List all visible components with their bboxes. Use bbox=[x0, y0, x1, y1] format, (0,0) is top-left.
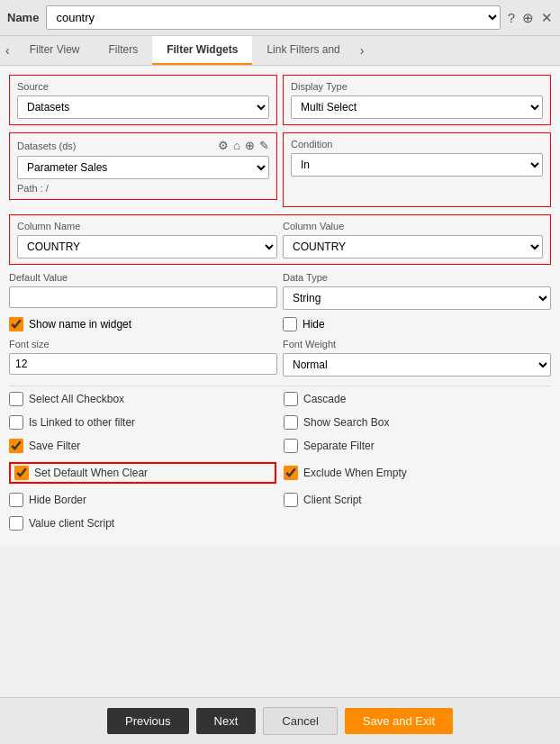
checkbox-grid: Select All Checkbox Cascade Is Linked to… bbox=[9, 392, 551, 531]
cascade-row: Cascade bbox=[284, 392, 551, 406]
show-name-row: Show name in widget Hide bbox=[9, 317, 551, 331]
default-value-label: Default Value bbox=[9, 272, 277, 283]
client-script-label: Client Script bbox=[303, 494, 362, 506]
set-default-row: Set Default When Clear bbox=[9, 462, 276, 484]
client-script-row: Client Script bbox=[284, 493, 551, 507]
is-linked-checkbox[interactable] bbox=[9, 415, 23, 430]
tab-filter-view[interactable]: Filter View bbox=[15, 36, 95, 65]
datasets-select[interactable]: Parameter Sales bbox=[17, 156, 269, 179]
separate-filter-checkbox[interactable] bbox=[284, 439, 298, 453]
filter-icon[interactable]: ⚙ bbox=[218, 139, 229, 152]
data-type-label: Data Type bbox=[283, 272, 551, 283]
name-label: Name bbox=[7, 11, 39, 24]
show-name-label: Show name in widget bbox=[29, 318, 131, 331]
display-type-select[interactable]: Multi Select bbox=[291, 95, 543, 119]
tab-filter-widgets[interactable]: Filter Widgets bbox=[152, 36, 252, 65]
help-icon[interactable]: ? bbox=[508, 10, 515, 26]
column-name-label: Column Name bbox=[17, 221, 277, 231]
column-name-box: Column Name COUNTRY bbox=[17, 221, 277, 259]
save-exit-button[interactable]: Save and Exit bbox=[345, 708, 453, 734]
tab-right-arrow[interactable]: › bbox=[355, 36, 370, 65]
source-label: Source bbox=[17, 81, 269, 92]
exclude-empty-label: Exclude When Empty bbox=[303, 467, 407, 479]
hide-label: Hide bbox=[303, 318, 325, 331]
main-content: Source Datasets Display Type Multi Selec… bbox=[0, 66, 560, 547]
source-box: Source Datasets bbox=[9, 75, 277, 125]
cascade-label: Cascade bbox=[303, 393, 346, 405]
tabs-bar: ‹ Filter View Filters Filter Widgets Lin… bbox=[0, 36, 560, 66]
exclude-empty-checkbox[interactable] bbox=[284, 466, 298, 480]
source-select[interactable]: Datasets bbox=[17, 95, 269, 119]
select-all-label: Select All Checkbox bbox=[29, 393, 124, 405]
cascade-checkbox[interactable] bbox=[284, 392, 298, 406]
name-dropdown[interactable]: country bbox=[46, 5, 500, 30]
separate-filter-label: Separate Filter bbox=[303, 440, 375, 452]
value-client-row: Value client Script bbox=[9, 516, 276, 531]
hide-border-row: Hide Border bbox=[9, 493, 276, 507]
save-filter-checkbox[interactable] bbox=[9, 439, 23, 453]
display-type-box: Display Type Multi Select bbox=[283, 75, 551, 125]
data-type-select[interactable]: String bbox=[283, 286, 551, 310]
default-value-input[interactable] bbox=[9, 286, 277, 308]
value-client-checkbox[interactable] bbox=[9, 516, 23, 531]
tab-link-filters[interactable]: Link Filters and bbox=[252, 36, 354, 65]
font-weight-select[interactable]: Normal bbox=[283, 353, 551, 377]
footer: Previous Next Cancel Save and Exit bbox=[0, 697, 560, 744]
close-icon[interactable]: ✕ bbox=[541, 10, 553, 26]
font-weight-box: Font Weight Normal bbox=[283, 339, 551, 377]
condition-label: Condition bbox=[291, 139, 543, 150]
font-row: Font size Font Weight Normal bbox=[9, 339, 551, 377]
home-icon[interactable]: ⌂ bbox=[233, 139, 240, 152]
hide-border-checkbox[interactable] bbox=[9, 493, 23, 507]
exclude-empty-row: Exclude When Empty bbox=[284, 462, 551, 484]
top-bar: Name country ? ⊕ ✕ bbox=[0, 0, 560, 36]
separate-filter-row: Separate Filter bbox=[284, 439, 551, 453]
show-name-checkbox[interactable] bbox=[9, 317, 23, 331]
show-search-checkbox[interactable] bbox=[284, 415, 298, 430]
tab-left-arrow[interactable]: ‹ bbox=[0, 36, 15, 65]
font-size-label: Font size bbox=[9, 339, 277, 349]
select-all-row: Select All Checkbox bbox=[9, 392, 276, 406]
font-size-input[interactable] bbox=[9, 353, 277, 375]
save-filter-label: Save Filter bbox=[29, 440, 80, 452]
edit-icon[interactable]: ✎ bbox=[259, 139, 269, 152]
column-value-box: Column Value COUNTRY bbox=[283, 221, 543, 259]
add-icon[interactable]: ⊕ bbox=[245, 139, 255, 152]
font-weight-label: Font Weight bbox=[283, 339, 551, 349]
hide-checkbox[interactable] bbox=[283, 317, 297, 331]
select-all-checkbox[interactable] bbox=[9, 392, 23, 406]
is-linked-label: Is Linked to other filter bbox=[29, 416, 135, 429]
show-name-left: Show name in widget bbox=[9, 317, 277, 331]
save-filter-row: Save Filter bbox=[9, 439, 276, 453]
data-type-box: Data Type String bbox=[283, 272, 551, 310]
hide-border-label: Hide Border bbox=[29, 494, 86, 506]
column-row: Column Name COUNTRY Column Value COUNTRY bbox=[9, 214, 551, 265]
column-value-select[interactable]: COUNTRY bbox=[283, 235, 543, 259]
show-search-label: Show Search Box bbox=[303, 416, 389, 429]
datasets-header: Datasets (ds) ⚙ ⌂ ⊕ ✎ bbox=[17, 139, 269, 152]
value-client-label: Value client Script bbox=[29, 517, 114, 530]
previous-button[interactable]: Previous bbox=[107, 708, 189, 734]
display-type-label: Display Type bbox=[291, 81, 543, 92]
column-name-select[interactable]: COUNTRY bbox=[17, 235, 277, 259]
tab-filters[interactable]: Filters bbox=[94, 36, 152, 65]
datasets-label: Datasets (ds) bbox=[17, 141, 76, 151]
datasets-icons: ⚙ ⌂ ⊕ ✎ bbox=[218, 139, 269, 152]
set-default-checkbox[interactable] bbox=[14, 466, 29, 480]
datasets-box: Datasets (ds) ⚙ ⌂ ⊕ ✎ Parameter Sales Pa… bbox=[9, 132, 277, 200]
default-datatype-row: Default Value Data Type String bbox=[9, 272, 551, 310]
datasets-path: Path : / bbox=[17, 183, 269, 194]
move-icon[interactable]: ⊕ bbox=[522, 10, 534, 26]
default-value-box: Default Value bbox=[9, 272, 277, 310]
hide-row: Hide bbox=[283, 317, 551, 331]
set-default-label: Set Default When Clear bbox=[34, 467, 148, 479]
condition-box: Condition In bbox=[283, 132, 551, 207]
client-script-checkbox[interactable] bbox=[284, 493, 298, 507]
next-button[interactable]: Next bbox=[196, 708, 257, 734]
column-value-label: Column Value bbox=[283, 221, 543, 231]
cancel-button[interactable]: Cancel bbox=[263, 707, 337, 735]
source-display-row: Source Datasets Display Type Multi Selec… bbox=[9, 75, 551, 125]
condition-select[interactable]: In bbox=[291, 153, 543, 177]
font-size-box: Font size bbox=[9, 339, 277, 377]
show-search-row: Show Search Box bbox=[284, 415, 551, 430]
